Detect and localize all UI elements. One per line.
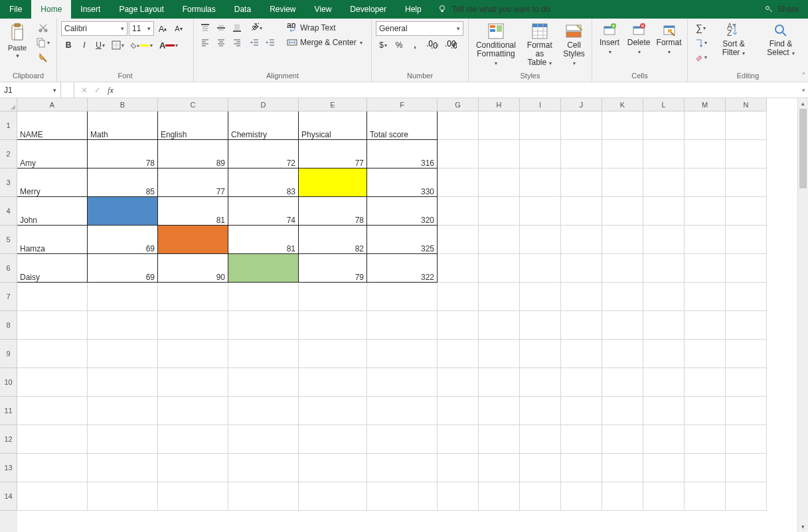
cell-F2[interactable]: 316 [367, 140, 438, 168]
cell-E4[interactable]: 78 [299, 197, 367, 226]
cell-N10[interactable] [726, 368, 767, 397]
cell-M1[interactable] [685, 111, 726, 140]
cell-F10[interactable] [367, 368, 438, 397]
cell-H4[interactable] [479, 197, 520, 226]
cell-B2[interactable]: 78 [88, 140, 158, 168]
tab-home[interactable]: Home [31, 0, 71, 19]
format-as-table-button[interactable]: Format as Table ▾ [522, 21, 558, 70]
cell-D2[interactable]: 72 [228, 140, 299, 168]
cell-C3[interactable]: 77 [158, 168, 228, 197]
cell-C5[interactable] [158, 226, 228, 254]
cell-G10[interactable] [438, 368, 479, 397]
cell-E6[interactable]: 79 [299, 254, 367, 283]
cell-I9[interactable] [520, 340, 561, 368]
cell-H12[interactable] [479, 425, 520, 454]
cell-G6[interactable] [438, 254, 479, 283]
cell-D11[interactable] [228, 397, 299, 425]
cell-H14[interactable] [479, 482, 520, 511]
worksheet-grid[interactable]: 1234567891011121314 ABCDEFGHIJKLMN NAMEM… [0, 98, 808, 532]
cell-E12[interactable] [299, 425, 367, 454]
cell-H13[interactable] [479, 454, 520, 482]
cell-D13[interactable] [228, 454, 299, 482]
cell-L9[interactable] [643, 340, 685, 368]
cell-F4[interactable]: 320 [367, 197, 438, 226]
autosum-button[interactable]: ∑▾ [692, 21, 710, 34]
paste-button[interactable]: Paste ▼ [4, 21, 31, 70]
tab-review[interactable]: Review [260, 0, 305, 19]
cell-L10[interactable] [643, 368, 685, 397]
cell-K12[interactable] [602, 425, 643, 454]
row-header-7[interactable]: 7 [0, 283, 17, 311]
align-left-button[interactable] [198, 36, 212, 49]
cell-B13[interactable] [88, 454, 158, 482]
cell-E7[interactable] [299, 283, 367, 311]
row-header-6[interactable]: 6 [0, 254, 17, 283]
select-all-corner[interactable] [0, 98, 17, 111]
cell-J9[interactable] [561, 340, 602, 368]
cell-A5[interactable]: Hamza [17, 226, 88, 254]
column-header-J[interactable]: J [561, 98, 602, 111]
formula-bar[interactable]: ▾ [120, 82, 808, 98]
cell-M10[interactable] [685, 368, 726, 397]
accounting-format-button[interactable]: $▾ [376, 38, 390, 52]
clear-button[interactable]: ▾ [692, 50, 710, 64]
format-painter-button[interactable] [33, 50, 52, 64]
cell-L12[interactable] [643, 425, 685, 454]
cell-J10[interactable] [561, 368, 602, 397]
cell-F11[interactable] [367, 397, 438, 425]
column-header-G[interactable]: G [438, 98, 479, 111]
cell-G12[interactable] [438, 425, 479, 454]
cell-N4[interactable] [726, 197, 767, 226]
align-center-button[interactable] [214, 36, 228, 49]
cell-I10[interactable] [520, 368, 561, 397]
align-top-button[interactable] [198, 21, 212, 34]
cell-L6[interactable] [643, 254, 685, 283]
cell-A7[interactable] [17, 283, 88, 311]
cell-K10[interactable] [602, 368, 643, 397]
cell-C6[interactable]: 90 [158, 254, 228, 283]
tab-formulas[interactable]: Formulas [173, 0, 225, 19]
cell-I14[interactable] [520, 482, 561, 511]
cell-H3[interactable] [479, 168, 520, 197]
column-header-B[interactable]: B [88, 98, 158, 111]
cell-H7[interactable] [479, 283, 520, 311]
scroll-down-button[interactable]: ▾ [798, 521, 808, 532]
cell-J11[interactable] [561, 397, 602, 425]
cell-N6[interactable] [726, 254, 767, 283]
cell-D8[interactable] [228, 311, 299, 340]
tab-developer[interactable]: Developer [341, 0, 396, 19]
tab-insert[interactable]: Insert [71, 0, 110, 19]
format-cells-button[interactable]: Format▾ [655, 21, 683, 70]
cell-K6[interactable] [602, 254, 643, 283]
cell-A10[interactable] [17, 368, 88, 397]
column-header-H[interactable]: H [479, 98, 520, 111]
cell-E13[interactable] [299, 454, 367, 482]
cell-H1[interactable] [479, 111, 520, 140]
cell-E10[interactable] [299, 368, 367, 397]
cell-styles-button[interactable]: Cell Styles ▾ [560, 21, 588, 70]
cell-L4[interactable] [643, 197, 685, 226]
cell-I11[interactable] [520, 397, 561, 425]
cell-C10[interactable] [158, 368, 228, 397]
cell-M3[interactable] [685, 168, 726, 197]
tab-view[interactable]: View [305, 0, 341, 19]
cell-K4[interactable] [602, 197, 643, 226]
cell-C12[interactable] [158, 425, 228, 454]
cell-N7[interactable] [726, 283, 767, 311]
row-header-4[interactable]: 4 [0, 197, 17, 226]
cell-N13[interactable] [726, 454, 767, 482]
cell-A13[interactable] [17, 454, 88, 482]
cell-A4[interactable]: John [17, 197, 88, 226]
cancel-formula-button[interactable]: ✕ [81, 86, 88, 95]
cell-K14[interactable] [602, 482, 643, 511]
cell-J14[interactable] [561, 482, 602, 511]
column-header-A[interactable]: A [17, 98, 88, 111]
tab-file[interactable]: File [0, 0, 31, 19]
scroll-up-button[interactable]: ▴ [798, 98, 808, 109]
scroll-thumb[interactable] [799, 109, 807, 188]
cell-D6[interactable] [228, 254, 299, 283]
cell-A3[interactable]: Merry [17, 168, 88, 197]
insert-cells-button[interactable]: Insert▾ [596, 21, 623, 70]
cell-G1[interactable] [438, 111, 479, 140]
row-header-1[interactable]: 1 [0, 111, 17, 140]
